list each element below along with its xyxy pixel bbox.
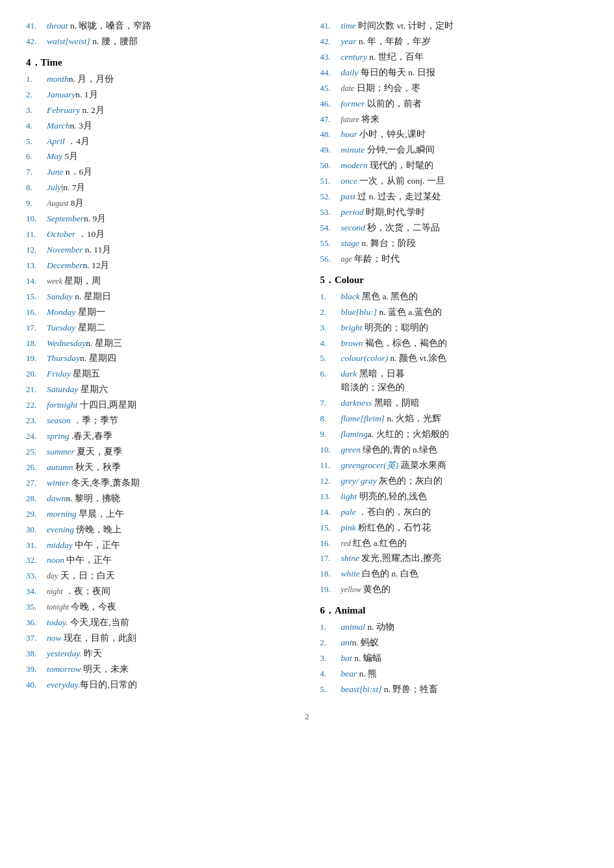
list-item: 12.November n. 11月 xyxy=(26,243,294,257)
entry-en: Tuesday xyxy=(47,323,75,332)
list-item: 8.flame[fleim] n. 火焰，光辉 xyxy=(320,412,589,426)
entry-cn: 一次，从前 conj. 一旦 xyxy=(357,176,445,186)
entry-en: former xyxy=(341,99,365,108)
entry-cn: 蓝色 a.蓝色的 xyxy=(386,307,442,317)
entry-num: 4. xyxy=(26,119,47,133)
entry-num: 55. xyxy=(320,237,341,251)
entry-en: period xyxy=(341,207,364,217)
list-item: 1.black 黑色 a. 黑色的 xyxy=(320,290,589,304)
entry-en: date xyxy=(341,84,355,93)
entry-cn: 6月 xyxy=(79,167,93,177)
list-item: 28.dawnn. 黎明，拂晓 xyxy=(26,492,294,506)
entry-en: time xyxy=(341,21,356,31)
list-item: 52.past 过 n. 过去，走过某处 xyxy=(320,190,589,204)
entry-num: 50. xyxy=(320,159,341,173)
entry-en: flame[fleim] xyxy=(341,414,385,423)
entry-cn: 过去，走过某处 xyxy=(376,192,441,201)
entry-cn: 日期；约会，枣 xyxy=(354,83,420,93)
list-item: 17.shine 发光,照耀,杰出,擦亮 xyxy=(320,552,589,565)
list-item: 26.autumn 秋天，秋季 xyxy=(26,461,294,475)
entry-en: September xyxy=(47,214,84,223)
entry-cn: ．苍白的，灰白的 xyxy=(356,507,431,517)
list-item: 38.yesterday. 昨天 xyxy=(26,647,294,661)
entry-en: minute xyxy=(341,145,365,155)
entry-cn: ．4月 xyxy=(65,136,90,146)
entry-cn: 年龄；时代 xyxy=(352,254,400,264)
entry-num: 6. xyxy=(320,367,341,395)
entry-content: Sunday n. 星期日 xyxy=(47,290,294,304)
entry-cn: 喉咙，嗓音，窄路 xyxy=(79,21,151,31)
entry-en: June xyxy=(47,167,63,177)
list-item: 14.week 星期，周 xyxy=(26,275,294,288)
list-item: 47.future 将来 xyxy=(320,113,589,127)
entry-en: season xyxy=(47,415,71,425)
entry-en: today. xyxy=(47,617,68,627)
entry-en: morning xyxy=(47,509,77,519)
entry-num: 9. xyxy=(320,428,341,441)
entry-num: 18. xyxy=(320,567,341,581)
list-item: 6. dark 黑暗，日暮暗淡的；深色的 xyxy=(320,367,589,395)
entry-content: February n. 2月 xyxy=(47,104,294,118)
list-item: 33.day 天，日；白天 xyxy=(26,569,294,583)
entry-num: 39. xyxy=(26,663,47,676)
entry-content: spring .春天,春季 xyxy=(47,430,294,443)
entry-en: brown xyxy=(341,338,363,348)
list-item: 48.hour 小时，钟头,课时 xyxy=(320,128,589,142)
entry-content: bat n. 蝙蝠 xyxy=(341,652,589,665)
entry-cn: 星期二 xyxy=(75,323,105,332)
entry-num: 25. xyxy=(26,445,47,459)
entry-en: yesterday. xyxy=(47,649,82,658)
entry-content: bear n. 熊 xyxy=(341,667,589,681)
entry-cn: 每日的,日常的 xyxy=(80,680,136,689)
entry-cn: 野兽；牲畜 xyxy=(390,684,438,694)
entry-cn: ．10月 xyxy=(75,229,105,239)
entry-pos: n. xyxy=(73,291,82,301)
entry-en: evening xyxy=(47,525,74,534)
entry-content: black 黑色 a. 黑色的 xyxy=(341,290,589,304)
entry-num: 13. xyxy=(26,259,47,273)
entry-en: red xyxy=(341,539,352,548)
list-item: 32.noon 中午，正午 xyxy=(26,554,294,567)
entry-en: December xyxy=(47,260,83,270)
entry-en: past xyxy=(341,192,356,201)
entry-num: 26. xyxy=(26,461,47,475)
entry-content: future 将来 xyxy=(341,113,589,127)
entry-pos: n. xyxy=(365,622,374,632)
entry-content: noon 中午，正午 xyxy=(47,554,294,567)
entry-content: green 绿色的,青的 n.绿色 xyxy=(341,443,589,457)
list-item: 18.Wednesdayn. 星期三 xyxy=(26,337,294,351)
entry-cn: 星期日 xyxy=(81,291,110,301)
entry-content: Januaryn. 1月 xyxy=(47,88,294,102)
entry-en: second xyxy=(341,223,366,232)
entry-num: 41. xyxy=(26,19,47,33)
entry-pos: n. xyxy=(70,121,77,130)
entry-en: week xyxy=(47,277,62,286)
entry-cn: 傍晚，晚上 xyxy=(74,525,122,534)
list-item: 16.Monday 星期一 xyxy=(26,306,294,319)
entry-pos: n. xyxy=(388,353,397,363)
list-item: 19.Thursdayn. 星期四 xyxy=(26,352,294,366)
entry-num: 38. xyxy=(26,647,47,661)
entry-en: March xyxy=(47,121,70,130)
entry-content: Saturday 星期六 xyxy=(47,383,294,397)
entry-content: April ．4月 xyxy=(47,135,294,149)
list-item: 18.white 白色的 n. 白色 xyxy=(320,567,589,581)
entry-cn: 蔬菜水果商 xyxy=(398,460,446,470)
entry-num: 40. xyxy=(26,678,47,692)
entry-num: 35. xyxy=(26,601,47,614)
entry-num: 8. xyxy=(320,412,341,426)
list-item: 4.Marchn. 3月 xyxy=(26,119,294,133)
entry-en: now xyxy=(47,633,62,643)
entry-content: pink 粉红色的，石竹花 xyxy=(341,521,589,535)
entry-content: greengrocer(英) 蔬菜水果商 xyxy=(341,459,589,473)
entry-content: century n. 世纪，百年 xyxy=(341,51,589,64)
entry-pos: n. xyxy=(84,214,90,223)
entry-cn: 灰色的；灰白的 xyxy=(377,476,442,486)
entry-en: daily xyxy=(341,68,359,77)
list-item: 2.blue[blu:] n. 蓝色 a.蓝色的 xyxy=(320,306,589,319)
list-item: 15.Sunday n. 星期日 xyxy=(26,290,294,304)
entry-pos: n. xyxy=(69,74,75,84)
entry-cn: 星期五 xyxy=(71,369,100,378)
entry-en: century xyxy=(341,52,367,62)
entry-cn: 黄色的 xyxy=(361,584,390,594)
